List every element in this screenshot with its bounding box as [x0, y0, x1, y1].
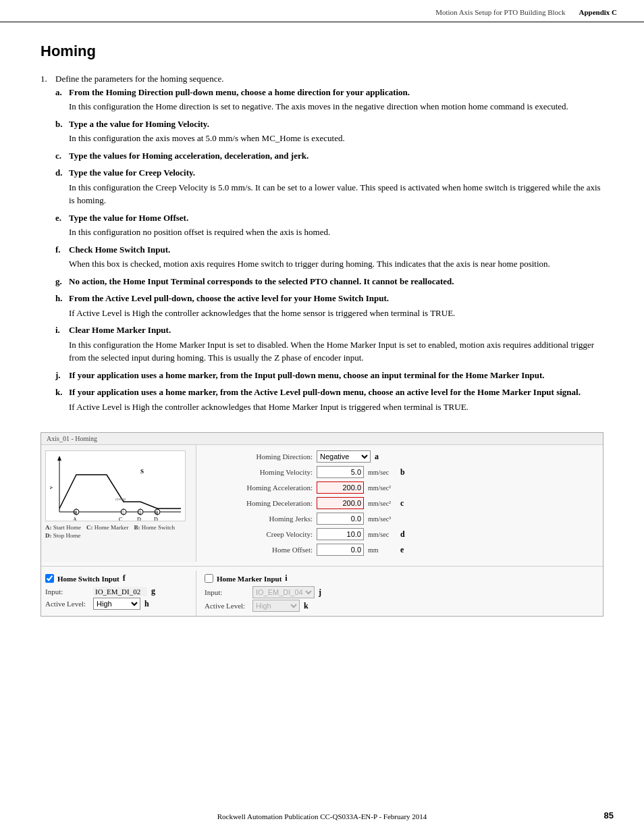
homing-velocity-input[interactable] — [317, 466, 364, 478]
home-marker-checkbox[interactable] — [205, 574, 213, 583]
homing-direction-select[interactable]: Negative Positive — [317, 450, 371, 463]
form-row-offset: Home Offset: mm e — [205, 544, 595, 556]
diagram-left: v creep S — [41, 445, 196, 562]
diagram-inner: v creep S — [41, 445, 603, 562]
sub-item-g-text: No action, the Home Input Terminal corre… — [69, 275, 603, 288]
active-level-label: Active Level: — [45, 600, 89, 608]
home-marker-input-row: Input: IO_EM_DI_04 j — [205, 586, 595, 598]
form-row-deceleration: Homing Deceleration: mm/sec² c — [205, 497, 595, 509]
letter-c: c. — [55, 149, 66, 163]
offset-unit: mm — [368, 546, 396, 554]
sub-item-j: j. If your application uses a home marke… — [55, 369, 603, 382]
sub-item-a-detail: In this configuration the Home direction… — [69, 100, 603, 113]
creep-velocity-input[interactable] — [317, 528, 364, 540]
graph-label-c: C: Home Marker — [86, 524, 128, 531]
letter-a: a. — [55, 86, 66, 99]
diagram-right: Homing Direction: Negative Positive a Ho… — [196, 445, 603, 562]
sub-item-j-text: If your application uses a home marker, … — [69, 369, 603, 382]
home-switch-active-select[interactable]: High Low — [93, 598, 140, 610]
homing-jerks-input[interactable] — [317, 513, 364, 525]
graph-label-d: D: Stop Home — [45, 532, 81, 539]
main-list: 1. Define the parameters for the homing … — [41, 72, 603, 413]
sub-item-b-detail: In this configuration the axis moves at … — [69, 132, 603, 145]
letter-b: b. — [55, 118, 66, 131]
sub-item-i-detail: In this configuration the Home Marker In… — [69, 338, 603, 365]
sub-item-c-text: Type the values for Homing acceleration,… — [69, 149, 603, 163]
svg-text:D: D — [154, 517, 158, 521]
home-marker-input-select[interactable]: IO_EM_DI_04 — [252, 586, 315, 598]
form-label-jerks: Homing Jerks: — [205, 515, 313, 523]
main-item-text: Define the parameters for the homing seq… — [55, 72, 223, 86]
svg-marker-2 — [57, 456, 61, 461]
homing-deceleration-input[interactable] — [317, 497, 364, 509]
jerks-unit: mm/sec³ — [368, 515, 396, 523]
marker-input-label: Input: — [205, 588, 248, 596]
main-item-label: 1. Define the parameters for the homing … — [41, 72, 603, 86]
sub-item-a-text: From the Homing Direction pull-down menu… — [69, 86, 603, 99]
letter-badge-j: j — [319, 588, 321, 598]
sub-item-k-detail: If Active Level is High the controller a… — [69, 400, 603, 414]
letter-badge-c: c — [400, 498, 408, 509]
sub-item-g: g. No action, the Home Input Terminal co… — [55, 275, 603, 288]
deceleration-unit: mm/sec² — [368, 500, 396, 507]
home-switch-input-value: IO_EM_DI_02 — [93, 587, 147, 596]
sub-list: a. From the Homing Direction pull-down m… — [55, 86, 603, 414]
home-marker-active-row: Active Level: High k — [205, 600, 595, 612]
page-header: Motion Axis Setup for PTO Building Block… — [0, 0, 644, 22]
home-switch-section: Home Switch Input f Input: IO_EM_DI_02 g… — [41, 571, 196, 616]
letter-badge-b: b — [400, 467, 408, 477]
svg-text:v: v — [47, 486, 54, 489]
header-title: Motion Axis Setup for PTO Building Block — [435, 8, 565, 16]
letter-j: j. — [55, 369, 66, 382]
sub-item-d-text: Type the value for Creep Velocity. — [69, 166, 603, 180]
svg-text:⊛: ⊛ — [155, 510, 159, 515]
diagram-container: Axis_01 - Homing v — [41, 432, 603, 617]
form-label-velocity: Homing Velocity: — [205, 468, 313, 476]
home-switch-input-row: Input: IO_EM_DI_02 g — [45, 586, 190, 596]
form-label-direction: Homing Direction: — [205, 452, 313, 461]
velocity-unit: mm/sec — [368, 469, 396, 476]
graph-label-b: B: Home Switch — [134, 524, 175, 531]
svg-text:A: A — [73, 517, 77, 521]
form-row-velocity: Homing Velocity: mm/sec b — [205, 466, 595, 478]
sub-item-h: h. From the Active Level pull-down, choo… — [55, 292, 603, 319]
letter-badge-a: a — [375, 452, 383, 462]
letter-d: d. — [55, 166, 66, 180]
footer-text: Rockwell Automation Publication CC-QS033… — [217, 812, 427, 820]
homing-acceleration-input[interactable] — [317, 481, 364, 494]
sub-item-d: d. Type the value for Creep Velocity. In… — [55, 166, 603, 207]
letter-badge-f: f — [123, 573, 126, 583]
sub-item-a: a. From the Homing Direction pull-down m… — [55, 86, 603, 113]
main-list-item-1: 1. Define the parameters for the homing … — [41, 72, 603, 413]
sub-item-i-text: Clear Home Marker Input. — [69, 323, 603, 337]
footer-page: 85 — [604, 810, 614, 820]
home-switch-checkbox-row: Home Switch Input f — [45, 573, 190, 583]
page: Motion Axis Setup for PTO Building Block… — [0, 0, 644, 834]
home-marker-section: Home Marker Input i Input: IO_EM_DI_04 j… — [196, 571, 603, 616]
home-offset-input[interactable] — [317, 544, 364, 556]
letter-badge-i: i — [285, 573, 287, 583]
sub-item-b: b. Type a the value for Homing Velocity.… — [55, 118, 603, 145]
footer: Rockwell Automation Publication CC-QS033… — [0, 812, 644, 820]
sub-item-c: c. Type the values for Homing accelerati… — [55, 149, 603, 163]
diagram-labels: A: Start Home C: Home Marker B: Home Swi… — [45, 524, 192, 539]
graph-label-a: A: Start Home — [45, 524, 81, 531]
acceleration-unit: mm/sec² — [368, 484, 396, 492]
letter-badge-h: h — [144, 599, 149, 609]
sub-item-f-detail: When this box is checked, motion axis re… — [69, 257, 603, 271]
section-title: Homing — [41, 43, 603, 60]
form-row-creep: Creep Velocity: mm/sec d — [205, 528, 595, 540]
letter-g: g. — [55, 275, 66, 288]
svg-text:©: © — [121, 510, 125, 515]
home-switch-checkbox[interactable] — [45, 574, 54, 583]
sub-item-h-text: From the Active Level pull-down, choose … — [69, 292, 603, 305]
content-area: Homing 1. Define the parameters for the … — [0, 22, 644, 650]
letter-k: k. — [55, 386, 66, 399]
header-appendix: Appendix C — [579, 8, 617, 16]
marker-active-label: Active Level: — [205, 602, 248, 610]
sub-item-e: e. Type the value for Home Offset. In th… — [55, 211, 603, 239]
home-marker-label: Home Marker Input — [217, 575, 281, 583]
home-marker-active-select[interactable]: High — [252, 600, 300, 612]
sub-item-k-text: If your application uses a home marker, … — [69, 386, 603, 399]
creep-unit: mm/sec — [368, 531, 396, 538]
